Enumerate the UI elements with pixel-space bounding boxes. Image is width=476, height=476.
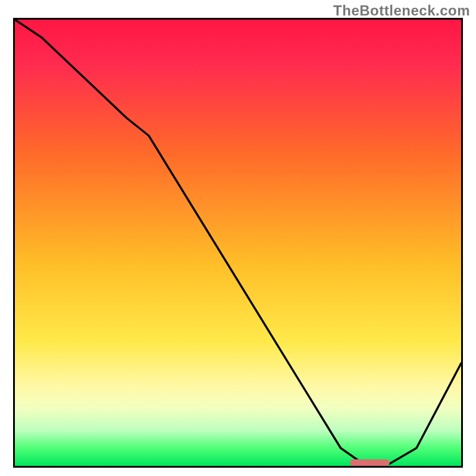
bottleneck-curve [15,20,461,466]
attribution-text: TheBottleneck.com [333,2,470,19]
optimal-range-marker [350,459,390,466]
bottleneck-chart [13,18,463,468]
